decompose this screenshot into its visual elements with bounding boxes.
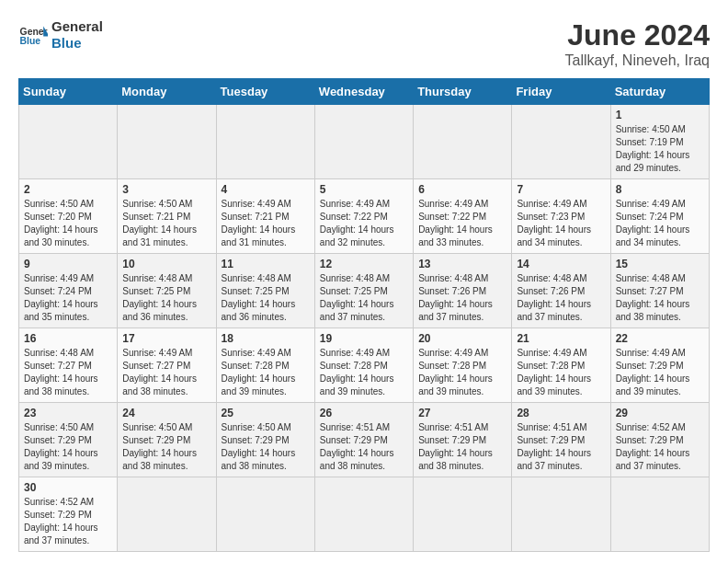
- table-row: 1Sunrise: 4:50 AM Sunset: 7:19 PM Daylig…: [610, 105, 709, 179]
- header-thursday: Thursday: [414, 79, 512, 105]
- table-row: [314, 477, 413, 552]
- table-row: 7Sunrise: 4:49 AM Sunset: 7:23 PM Daylig…: [512, 179, 610, 254]
- calendar-week-row: 30Sunrise: 4:52 AM Sunset: 7:29 PM Dayli…: [19, 477, 710, 552]
- day-number: 21: [517, 332, 605, 345]
- day-number: 16: [24, 332, 112, 345]
- day-info: Sunrise: 4:49 AM Sunset: 7:22 PM Dayligh…: [320, 198, 408, 249]
- table-row: [19, 105, 118, 179]
- table-row: 20Sunrise: 4:49 AM Sunset: 7:28 PM Dayli…: [414, 328, 512, 403]
- table-row: 27Sunrise: 4:51 AM Sunset: 7:29 PM Dayli…: [414, 403, 512, 477]
- table-row: 24Sunrise: 4:50 AM Sunset: 7:29 PM Dayli…: [118, 403, 216, 477]
- table-row: 4Sunrise: 4:49 AM Sunset: 7:21 PM Daylig…: [216, 179, 314, 254]
- day-number: 26: [320, 407, 408, 419]
- page-header: General Blue General Blue June 2024 Tall…: [18, 18, 710, 69]
- table-row: 11Sunrise: 4:48 AM Sunset: 7:25 PM Dayli…: [216, 254, 314, 328]
- table-row: [414, 477, 512, 552]
- day-info: Sunrise: 4:50 AM Sunset: 7:29 PM Dayligh…: [122, 421, 210, 473]
- day-number: 11: [222, 258, 310, 270]
- table-row: [610, 477, 709, 552]
- table-row: 18Sunrise: 4:49 AM Sunset: 7:28 PM Dayli…: [216, 328, 314, 403]
- day-info: Sunrise: 4:50 AM Sunset: 7:20 PM Dayligh…: [24, 198, 112, 249]
- day-info: Sunrise: 4:48 AM Sunset: 7:25 PM Dayligh…: [222, 272, 310, 324]
- table-row: 29Sunrise: 4:52 AM Sunset: 7:29 PM Dayli…: [610, 403, 709, 477]
- day-number: 12: [320, 258, 408, 270]
- day-info: Sunrise: 4:48 AM Sunset: 7:27 PM Dayligh…: [24, 347, 112, 398]
- table-row: 28Sunrise: 4:51 AM Sunset: 7:29 PM Dayli…: [512, 403, 610, 477]
- table-row: 8Sunrise: 4:49 AM Sunset: 7:24 PM Daylig…: [610, 179, 709, 254]
- day-info: Sunrise: 4:50 AM Sunset: 7:29 PM Dayligh…: [222, 421, 310, 473]
- day-number: 23: [24, 407, 112, 419]
- table-row: 14Sunrise: 4:48 AM Sunset: 7:26 PM Dayli…: [512, 254, 610, 328]
- logo: General Blue General Blue: [18, 18, 103, 52]
- table-row: [216, 105, 314, 179]
- day-info: Sunrise: 4:49 AM Sunset: 7:24 PM Dayligh…: [616, 198, 704, 249]
- day-number: 9: [24, 258, 112, 270]
- table-row: 17Sunrise: 4:49 AM Sunset: 7:27 PM Dayli…: [118, 328, 216, 403]
- header-monday: Monday: [118, 79, 216, 105]
- day-info: Sunrise: 4:49 AM Sunset: 7:28 PM Dayligh…: [222, 347, 310, 398]
- day-info: Sunrise: 4:48 AM Sunset: 7:26 PM Dayligh…: [517, 272, 605, 324]
- table-row: 5Sunrise: 4:49 AM Sunset: 7:22 PM Daylig…: [314, 179, 413, 254]
- table-row: 16Sunrise: 4:48 AM Sunset: 7:27 PM Dayli…: [19, 328, 118, 403]
- day-number: 3: [122, 183, 210, 196]
- day-info: Sunrise: 4:50 AM Sunset: 7:29 PM Dayligh…: [24, 421, 112, 473]
- table-row: 2Sunrise: 4:50 AM Sunset: 7:20 PM Daylig…: [19, 179, 118, 254]
- table-row: [512, 477, 610, 552]
- table-row: 13Sunrise: 4:48 AM Sunset: 7:26 PM Dayli…: [414, 254, 512, 328]
- calendar-title: June 2024: [565, 18, 710, 52]
- calendar-subtitle: Tallkayf, Nineveh, Iraq: [565, 52, 710, 69]
- calendar-week-row: 2Sunrise: 4:50 AM Sunset: 7:20 PM Daylig…: [19, 179, 710, 254]
- table-row: 10Sunrise: 4:48 AM Sunset: 7:25 PM Dayli…: [118, 254, 216, 328]
- table-row: 19Sunrise: 4:49 AM Sunset: 7:28 PM Dayli…: [314, 328, 413, 403]
- day-info: Sunrise: 4:49 AM Sunset: 7:23 PM Dayligh…: [517, 198, 605, 249]
- table-row: 25Sunrise: 4:50 AM Sunset: 7:29 PM Dayli…: [216, 403, 314, 477]
- day-info: Sunrise: 4:49 AM Sunset: 7:29 PM Dayligh…: [616, 347, 704, 398]
- day-number: 2: [24, 183, 112, 196]
- day-info: Sunrise: 4:48 AM Sunset: 7:26 PM Dayligh…: [418, 272, 506, 324]
- day-info: Sunrise: 4:49 AM Sunset: 7:24 PM Dayligh…: [24, 272, 112, 324]
- day-number: 25: [222, 407, 310, 419]
- calendar-table: Sunday Monday Tuesday Wednesday Thursday…: [18, 78, 710, 552]
- table-row: 26Sunrise: 4:51 AM Sunset: 7:29 PM Dayli…: [314, 403, 413, 477]
- calendar-week-row: 16Sunrise: 4:48 AM Sunset: 7:27 PM Dayli…: [19, 328, 710, 403]
- day-number: 24: [122, 407, 210, 419]
- day-info: Sunrise: 4:51 AM Sunset: 7:29 PM Dayligh…: [517, 421, 605, 473]
- svg-text:Blue: Blue: [20, 36, 41, 46]
- day-number: 17: [122, 332, 210, 345]
- table-row: 23Sunrise: 4:50 AM Sunset: 7:29 PM Dayli…: [19, 403, 118, 477]
- day-info: Sunrise: 4:51 AM Sunset: 7:29 PM Dayligh…: [320, 421, 408, 473]
- day-info: Sunrise: 4:48 AM Sunset: 7:27 PM Dayligh…: [616, 272, 704, 324]
- table-row: 22Sunrise: 4:49 AM Sunset: 7:29 PM Dayli…: [610, 328, 709, 403]
- day-info: Sunrise: 4:49 AM Sunset: 7:27 PM Dayligh…: [122, 347, 210, 398]
- day-number: 20: [418, 332, 506, 345]
- day-info: Sunrise: 4:50 AM Sunset: 7:21 PM Dayligh…: [122, 198, 210, 249]
- table-row: 9Sunrise: 4:49 AM Sunset: 7:24 PM Daylig…: [19, 254, 118, 328]
- day-number: 10: [122, 258, 210, 270]
- day-number: 6: [418, 183, 506, 196]
- table-row: [118, 477, 216, 552]
- table-row: 12Sunrise: 4:48 AM Sunset: 7:25 PM Dayli…: [314, 254, 413, 328]
- table-row: 21Sunrise: 4:49 AM Sunset: 7:28 PM Dayli…: [512, 328, 610, 403]
- logo-general: General: [51, 18, 103, 35]
- header-saturday: Saturday: [610, 79, 709, 105]
- day-info: Sunrise: 4:49 AM Sunset: 7:22 PM Dayligh…: [418, 198, 506, 249]
- day-number: 18: [222, 332, 310, 345]
- day-info: Sunrise: 4:49 AM Sunset: 7:21 PM Dayligh…: [222, 198, 310, 249]
- day-number: 22: [616, 332, 704, 345]
- calendar-week-row: 1Sunrise: 4:50 AM Sunset: 7:19 PM Daylig…: [19, 105, 710, 179]
- header-sunday: Sunday: [19, 79, 118, 105]
- day-info: Sunrise: 4:50 AM Sunset: 7:19 PM Dayligh…: [616, 123, 704, 175]
- day-info: Sunrise: 4:48 AM Sunset: 7:25 PM Dayligh…: [122, 272, 210, 324]
- weekday-header-row: Sunday Monday Tuesday Wednesday Thursday…: [19, 79, 710, 105]
- table-row: 15Sunrise: 4:48 AM Sunset: 7:27 PM Dayli…: [610, 254, 709, 328]
- day-number: 19: [320, 332, 408, 345]
- header-tuesday: Tuesday: [216, 79, 314, 105]
- day-number: 28: [517, 407, 605, 419]
- header-wednesday: Wednesday: [314, 79, 413, 105]
- table-row: 3Sunrise: 4:50 AM Sunset: 7:21 PM Daylig…: [118, 179, 216, 254]
- day-number: 14: [517, 258, 605, 270]
- table-row: [512, 105, 610, 179]
- logo-blue: Blue: [51, 35, 103, 52]
- day-number: 7: [517, 183, 605, 196]
- day-number: 8: [616, 183, 704, 196]
